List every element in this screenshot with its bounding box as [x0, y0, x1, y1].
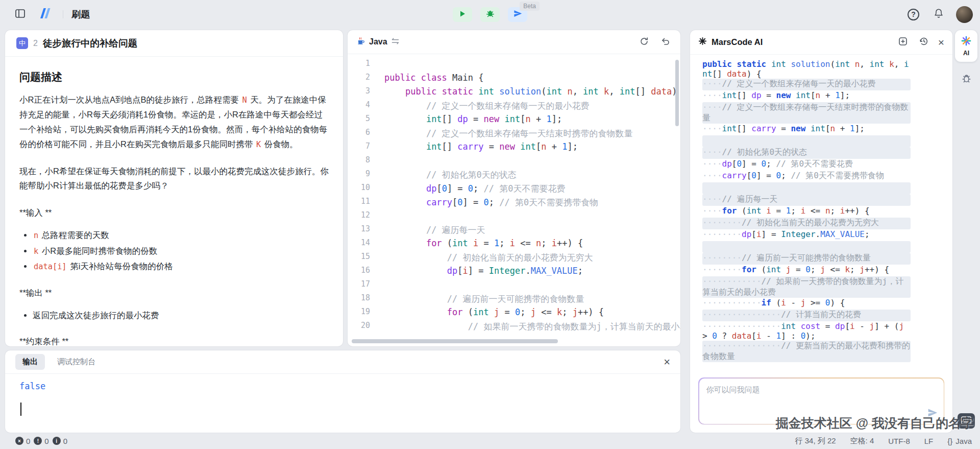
line-number[interactable]: 20 [348, 321, 370, 335]
bug-report-button[interactable] [961, 73, 972, 85]
code-line[interactable]: // 遍历每一天 [384, 224, 680, 238]
errors-pair[interactable]: × 0 [15, 437, 30, 445]
indentation-setting[interactable]: 空格: 4 [850, 436, 874, 446]
code-line[interactable]: dp[0] = 0; // 第0天不需要花费 [384, 183, 680, 197]
code-line[interactable]: int[] carry = new int[n + 1]; [384, 141, 680, 155]
reset-code-button[interactable] [659, 35, 672, 50]
line-number[interactable]: 16 [348, 266, 370, 279]
code-line[interactable] [384, 210, 680, 224]
line-number[interactable]: 7 [348, 141, 370, 155]
cursor-position[interactable]: 行 34, 列 22 [795, 436, 836, 446]
line-number[interactable]: 3 [348, 86, 370, 100]
sidebar-toggle-button[interactable] [13, 7, 27, 21]
topbar: 刷题 Beta [0, 0, 980, 29]
language-label[interactable]: Java [369, 37, 387, 46]
problems-summary[interactable]: × 0 ! 0 i 0 [15, 437, 67, 445]
code-line[interactable] [384, 279, 680, 293]
play-icon [459, 10, 466, 19]
tab-debug-console[interactable]: 调试控制台 [57, 357, 95, 367]
ai-code-line: ············if (i - j >= 0) { [702, 298, 911, 310]
brand-logo[interactable] [35, 6, 55, 23]
editor-code[interactable]: public class Main { public static int so… [381, 59, 680, 346]
code-line[interactable]: // 遍历前一天可能携带的食物数量 [384, 293, 680, 307]
encoding-setting[interactable]: UTF-8 [888, 437, 910, 445]
bug-icon [486, 9, 495, 19]
code-line[interactable] [384, 59, 680, 73]
code-line[interactable]: // 初始化当前天的最小花费为无穷大 [384, 252, 680, 266]
code-line[interactable]: public class Main { [384, 73, 680, 86]
line-number[interactable]: 19 [348, 307, 370, 321]
line-number[interactable]: 17 [348, 279, 370, 293]
warning-icon: ! [34, 437, 42, 445]
layout-icon [15, 9, 25, 19]
code-line[interactable]: int[] dp = new int[n + 1]; [384, 114, 680, 128]
code-line[interactable]: carry[0] = 0; // 第0天不需要携带食物 [384, 197, 680, 210]
ai-code-line: ····// 定义一个数组来存储每一天的最小花费 [702, 79, 911, 90]
list-item: 返回完成这次徒步旅行的最小花费 [33, 308, 329, 323]
line-number[interactable]: 11 [348, 197, 370, 210]
nav-title[interactable]: 刷题 [71, 8, 90, 20]
ai-actions: × [896, 35, 944, 50]
language-selector[interactable]: Java [356, 36, 399, 48]
line-number[interactable]: 14 [348, 238, 370, 252]
horizontal-scrollbar[interactable] [352, 339, 558, 343]
ai-send-button[interactable] [927, 408, 938, 419]
close-icon: × [938, 36, 944, 48]
code-line[interactable]: for (int j = 0; j <= k; j++) { [384, 307, 680, 321]
code-line[interactable]: // 如果前一天携带的食物数量为j，计算当前天的最小花 [384, 321, 680, 335]
code-line[interactable]: // 初始化第0天的状态 [384, 169, 680, 183]
warnings-pair[interactable]: ! 0 [34, 437, 48, 445]
send-plane-icon [927, 412, 938, 419]
line-number[interactable]: 13 [348, 224, 370, 238]
line-number[interactable]: 1 [348, 59, 370, 73]
line-number[interactable]: 2 [348, 73, 370, 86]
line-number[interactable]: 5 [348, 114, 370, 128]
help-button[interactable]: ? [905, 7, 921, 22]
ai-code-line: ····for (int i = 1; i <= n; i++) { [702, 206, 911, 218]
line-number[interactable]: 8 [348, 155, 370, 169]
infos-pair[interactable]: i 0 [53, 437, 67, 445]
run-button[interactable] [453, 7, 472, 22]
notifications-button[interactable] [932, 6, 946, 22]
code-line[interactable]: dp[i] = Integer.MAX_VALUE; [384, 266, 680, 279]
line-number[interactable]: 9 [348, 169, 370, 183]
editor-panel: Java 12345678910111213141516 [348, 30, 680, 346]
line-number[interactable]: 4 [348, 100, 370, 114]
vertical-scrollbar[interactable] [675, 60, 679, 126]
code-area[interactable]: 1234567891011121314151617181920 public c… [348, 55, 680, 346]
list-item: data[i] 第i天补给站每份食物的价格 [33, 258, 329, 274]
ai-panel-title: MarsCode AI [712, 37, 763, 47]
new-chat-button[interactable] [896, 35, 910, 50]
ai-entry-button[interactable]: AI [955, 30, 977, 62]
avatar[interactable] [956, 6, 973, 23]
keyboard-button[interactable] [958, 413, 975, 429]
history-button[interactable] [917, 35, 930, 50]
code-line[interactable]: // 定义一个数组来存储每一天的最小花费 [384, 100, 680, 114]
console-body: false [5, 374, 680, 423]
line-number[interactable]: 6 [348, 128, 370, 141]
language-mode-label: Java [955, 437, 972, 445]
code-line[interactable] [384, 155, 680, 169]
ai-code-line: public static int solution(int n, int k,… [702, 59, 911, 79]
line-number[interactable]: 18 [348, 293, 370, 307]
console-close-button[interactable]: × [664, 357, 670, 368]
statusbar-right: 行 34, 列 22 空格: 4 UTF-8 LF {} Java [795, 436, 972, 446]
tab-output[interactable]: 输出 [15, 354, 45, 370]
refresh-icon [640, 37, 649, 48]
ai-entry-label: AI [963, 50, 969, 57]
ai-question-input[interactable] [699, 379, 944, 424]
line-number[interactable]: 10 [348, 183, 370, 197]
swap-language-icon[interactable] [391, 37, 399, 46]
eol-setting[interactable]: LF [924, 437, 934, 445]
language-mode[interactable]: {} Java [947, 437, 972, 445]
debug-run-button[interactable] [480, 7, 500, 22]
refresh-button[interactable] [638, 35, 651, 50]
line-number[interactable]: 12 [348, 210, 370, 224]
code-line[interactable]: // 定义一个数组来存储每一天结束时携带的食物数量 [384, 128, 680, 141]
text-cursor [20, 403, 21, 416]
constraints-label: **约束条件 ** [19, 334, 329, 346]
code-line[interactable]: public static int solution(int n, int k,… [384, 86, 680, 100]
line-number[interactable]: 15 [348, 252, 370, 266]
code-line[interactable]: for (int i = 1; i <= n; i++) { [384, 238, 680, 252]
ai-close-button[interactable]: × [938, 37, 944, 48]
